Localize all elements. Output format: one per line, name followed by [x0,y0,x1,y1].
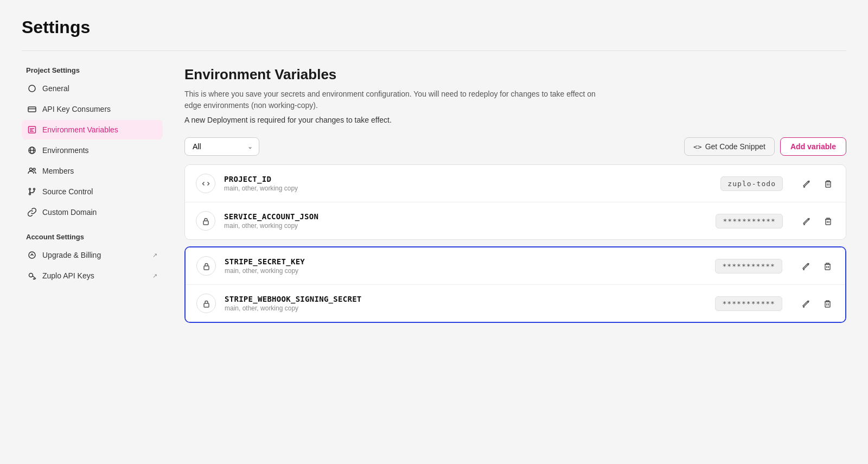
variable-info: STRIPE_SECRET_KEY main, other, working c… [225,257,715,275]
sidebar-item-label: General [42,84,69,93]
project-settings-label: Project Settings [22,66,163,74]
variable-value: *********** [715,296,782,311]
toolbar-buttons: <> Get Code Snippet Add variable [684,137,846,156]
variable-delete-button[interactable] [821,177,835,190]
sidebar-item-members[interactable]: Members [22,161,163,181]
sidebar-item-label: Custom Domain [42,208,97,217]
sidebar-item-upgrade-billing[interactable]: Upgrade & Billing ↗ [22,245,163,265]
fork-icon [27,187,37,196]
sidebar-item-custom-domain[interactable]: Custom Domain [22,202,163,222]
toolbar: All main other working copy ⌄ <> Get Cod… [184,137,846,156]
card-icon [27,104,37,114]
variable-row-stripe-webhook-signing-secret: STRIPE_WEBHOOK_SIGNING_SECRET main, othe… [186,285,845,322]
svg-rect-27 [204,266,209,270]
sidebar-item-source-control[interactable]: Source Control [22,182,163,201]
sidebar-item-environments[interactable]: Environments [22,141,163,160]
svg-point-13 [34,188,35,190]
variable-value-wrap: *********** [715,261,782,271]
filter-select-wrapper: All main other working copy ⌄ [184,137,259,156]
page-title: Settings [22,17,846,37]
svg-point-10 [30,168,33,171]
variable-icon-lock-webhook [196,294,216,313]
sidebar: Project Settings General API [22,66,163,323]
variable-info: STRIPE_WEBHOOK_SIGNING_SECRET main, othe… [225,295,715,312]
svg-rect-32 [204,303,209,307]
sidebar-item-label: Zuplo API Keys [42,271,94,280]
content-title: Environment Variables [184,66,846,83]
content-note: A new Deployment is required for your ch… [184,116,846,124]
svg-rect-19 [826,182,831,187]
svg-rect-22 [203,221,208,225]
code-icon: <> [693,143,702,151]
external-link-icon: ↗ [152,252,157,259]
variable-value: *********** [715,259,782,274]
globe-icon [27,145,37,155]
variable-row-service-account-json: SERVICE_ACCOUNT_JSON main, other, workin… [185,202,846,239]
svg-point-17 [29,274,33,277]
variable-icon-code [196,174,215,193]
variable-envs: main, other, working copy [225,267,715,275]
members-icon [27,166,37,176]
sidebar-item-general[interactable]: General [22,79,163,98]
variable-name: SERVICE_ACCOUNT_JSON [224,212,716,221]
sidebar-item-zuplo-api-keys[interactable]: Zuplo API Keys ↗ [22,266,163,285]
variable-edit-button[interactable] [800,177,814,190]
variable-envs: main, other, working copy [224,222,716,230]
get-code-snippet-button[interactable]: <> Get Code Snippet [684,137,775,156]
external-link-icon-2: ↗ [152,272,157,279]
variable-info: SERVICE_ACCOUNT_JSON main, other, workin… [224,212,716,230]
variable-delete-button[interactable] [821,259,834,273]
variable-icon-lock [196,211,215,231]
variable-edit-button[interactable] [800,259,813,273]
variable-value-wrap: zuplo-todo [720,179,783,188]
sidebar-item-label: Environments [42,146,89,155]
variable-value-wrap: *********** [715,298,782,308]
env-icon [27,125,37,135]
variable-info: PROJECT_ID main, other, working copy [224,175,720,192]
variables-list-highlighted: STRIPE_SECRET_KEY main, other, working c… [184,246,846,323]
variable-name: STRIPE_SECRET_KEY [225,257,715,266]
variable-actions [800,259,834,273]
svg-point-14 [29,193,31,195]
circle-up-icon [27,250,37,260]
key-icon [27,271,37,281]
variable-delete-button[interactable] [821,297,834,310]
sidebar-item-label: Members [42,167,74,175]
variable-edit-button[interactable] [800,297,813,310]
divider [22,50,846,51]
svg-point-16 [29,252,35,258]
link-icon [27,207,37,217]
content-description: This is where you save your secrets and … [184,88,608,111]
svg-rect-24 [826,219,831,225]
variable-delete-button[interactable] [821,214,835,228]
circle-icon [27,84,37,93]
variable-name: STRIPE_WEBHOOK_SIGNING_SECRET [225,295,715,303]
variable-icon-lock-stripe [196,256,216,276]
variable-envs: main, other, working copy [225,304,715,312]
variable-value-wrap: *********** [716,216,783,226]
variable-envs: main, other, working copy [224,185,720,192]
variable-value: *********** [716,214,783,228]
svg-point-0 [29,85,35,92]
variable-actions [800,177,835,190]
variable-actions [800,297,834,310]
svg-point-12 [29,188,31,190]
sidebar-item-label: Environment Variables [42,125,118,134]
variable-edit-button[interactable] [800,214,814,228]
account-settings-label: Account Settings [22,233,163,241]
environment-filter-select[interactable]: All main other working copy [184,137,259,156]
svg-rect-29 [825,264,830,270]
sidebar-item-label: Source Control [42,187,93,196]
sidebar-item-environment-variables[interactable]: Environment Variables [22,120,163,139]
variable-row-stripe-secret-key: STRIPE_SECRET_KEY main, other, working c… [186,247,845,285]
add-variable-button[interactable]: Add variable [780,137,846,156]
main-content: Environment Variables This is where you … [184,66,846,323]
sidebar-item-api-key-consumers[interactable]: API Key Consumers [22,99,163,119]
sidebar-item-label: API Key Consumers [42,105,111,113]
variable-value: zuplo-todo [720,176,783,191]
svg-rect-34 [825,302,830,307]
svg-point-11 [33,168,35,170]
variables-list-normal: PROJECT_ID main, other, working copy zup… [184,164,846,240]
variable-actions [800,214,835,228]
variable-row-project-id: PROJECT_ID main, other, working copy zup… [185,165,846,202]
